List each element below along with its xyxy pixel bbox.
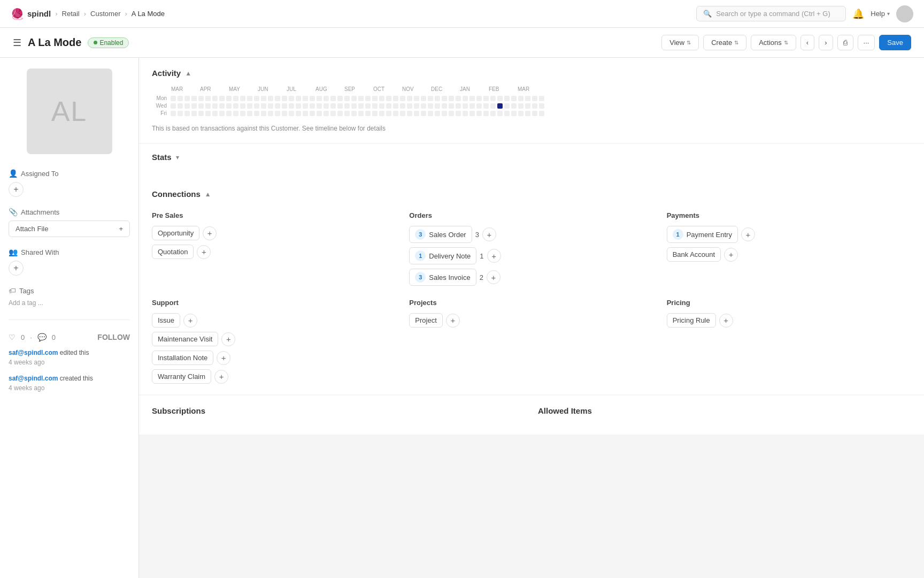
payment-entry-tag[interactable]: 1 Payment Entry [667,226,738,243]
add-sales-order-button[interactable]: + [482,227,496,241]
breadcrumb-customer[interactable]: Customer [90,10,120,18]
heatmap-cell [198,103,204,109]
opportunity-tag[interactable]: Opportunity [152,226,199,240]
heatmap-cell [198,111,204,116]
heatmap-cell [240,111,245,116]
delivery-note-tag[interactable]: 1 Delivery Note [409,247,476,264]
project-tag[interactable]: Project [409,313,442,328]
add-sales-invoice-button[interactable]: + [487,270,500,284]
follow-button[interactable]: FOLLOW [97,333,130,341]
activity-header[interactable]: Activity ▲ [152,69,911,78]
heatmap-cell [400,111,405,116]
tags-label: 🏷 Tags [9,286,130,295]
add-bank-account-button[interactable]: + [724,248,738,262]
add-installation-note-button[interactable]: + [217,351,230,365]
add-warranty-claim-button[interactable]: + [214,370,228,384]
heatmap-cell [400,103,405,109]
sidebar: AL 👤 Assigned To + 📎 Attachments Attach … [0,58,139,578]
heatmap-cell [310,96,315,101]
log-entry-1: saf@spindl.com created this 4 weeks ago [9,374,130,393]
heatmap-cell [282,103,287,109]
heatmap-cell [379,111,384,116]
add-shared-button[interactable]: + [9,261,24,276]
installation-note-tag[interactable]: Installation Note [152,351,213,365]
breadcrumb-retail[interactable]: Retail [62,10,80,18]
heatmap-cell [351,103,357,109]
heatmap-cell [428,96,433,101]
heatmap-cell [303,103,308,109]
add-project-button[interactable]: + [446,314,460,328]
create-button[interactable]: Create ⇅ [703,35,746,50]
search-box[interactable]: 🔍 Search or type a command (Ctrl + G) [696,6,846,21]
heatmap-cell [268,103,273,109]
heatmap-cell [191,96,197,101]
payments-items: 1 Payment Entry + Bank Account + [667,226,911,262]
allowed-items-section: Allowed Items [538,406,911,424]
nav-next-button[interactable]: › [819,35,833,50]
allowed-items-header[interactable]: Allowed Items [538,406,911,415]
heatmap-cell [247,103,252,109]
connections-header[interactable]: Connections ▲ [152,189,911,199]
stats-header[interactable]: Stats ▾ [152,153,911,162]
heatmap-cell [337,96,343,101]
heatmap-cell [178,96,183,101]
heatmap-cell [393,111,398,116]
allowed-items-title: Allowed Items [538,406,592,415]
quotation-tag[interactable]: Quotation [152,245,194,259]
add-delivery-note-button[interactable]: + [487,249,501,263]
nav-prev-button[interactable]: ‹ [800,35,814,50]
heatmap-cell [511,111,517,116]
comment-button[interactable]: 💬 [37,333,47,341]
log-entry-0: saf@spindl.com edited this 4 weeks ago [9,348,130,367]
heatmap-cell [539,96,544,101]
subscriptions-header[interactable]: Subscriptions [152,406,525,415]
heatmap-cell [289,103,294,109]
heatmap-cell [358,103,364,109]
menu-toggle-button[interactable]: ☰ [13,37,21,49]
heatmap-container: MAR APR MAY JUN JUL AUG SEP OCT NOV DEC … [152,86,911,116]
sales-order-tag[interactable]: 3 Sales Order [409,226,472,243]
heatmap-cell [421,96,426,101]
heatmap-cell [268,111,273,116]
attach-file-button[interactable]: Attach File + [9,220,130,237]
maintenance-visit-tag[interactable]: Maintenance Visit [152,332,218,346]
warranty-claim-tag[interactable]: Warranty Claim [152,369,211,384]
view-button[interactable]: View ⇅ [661,35,699,50]
pre-sales-group: Pre Sales Opportunity + Quotation [152,211,396,286]
bottom-sections: Subscriptions Allowed Items [139,396,924,435]
add-assignee-button[interactable]: + [9,182,24,197]
bank-account-tag[interactable]: Bank Account [667,247,721,262]
heatmap-cell [184,111,190,116]
like-row: ♡ 0 · 💬 0 FOLLOW [9,333,130,341]
heatmap-cell [330,111,336,116]
attach-plus-icon: + [119,225,123,233]
day-label-wed: Wed [152,103,169,109]
user-avatar[interactable] [896,5,913,22]
add-opportunity-button[interactable]: + [203,226,217,240]
heatmap-cell [296,96,301,101]
add-pricing-rule-button[interactable]: + [719,314,733,328]
add-tag-text[interactable]: Add a tag ... [9,299,130,307]
add-maintenance-visit-button[interactable]: + [221,332,235,346]
help-button[interactable]: Help ▾ [871,10,890,18]
print-button[interactable]: ⎙ [837,35,853,50]
subscriptions-section: Subscriptions [152,406,525,424]
issue-tag[interactable]: Issue [152,313,180,328]
add-issue-button[interactable]: + [183,314,197,328]
breadcrumb-current: A La Mode [132,10,165,18]
heatmap-cell [372,103,378,109]
heatmap-cell [435,111,440,116]
add-quotation-button[interactable]: + [197,245,211,259]
save-button[interactable]: Save [879,35,911,50]
heatmap-cell [296,111,301,116]
like-button[interactable]: ♡ [9,333,16,341]
pricing-rule-tag[interactable]: Pricing Rule [667,313,716,328]
sales-invoice-tag[interactable]: 3 Sales Invoice [409,269,476,286]
more-button[interactable]: ··· [858,35,875,50]
actions-button[interactable]: Actions ⇅ [751,35,796,50]
month-labels: MAR APR MAY JUN JUL AUG SEP OCT NOV DEC … [152,86,911,92]
add-payment-entry-button[interactable]: + [741,227,755,241]
notifications-button[interactable]: 🔔 [852,8,864,20]
heatmap-cell [365,96,371,101]
logo[interactable]: 🧶 spindl [11,7,51,20]
